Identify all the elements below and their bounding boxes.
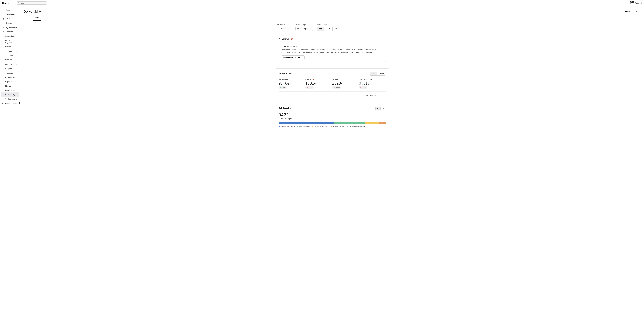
support-link[interactable]: Support: [635, 2, 642, 4]
delta-badge: 0.10%: [359, 86, 368, 89]
search-icon: [18, 2, 20, 4]
time-period-label: Time period: [276, 24, 292, 26]
sidebar-item-products[interactable]: Products: [1, 58, 19, 62]
format-sms-button[interactable]: SMS: [324, 27, 332, 30]
sidebar-item-coupons[interactable]: Coupons: [1, 66, 19, 71]
topbar: klaviyo 99+ Support: [0, 0, 644, 6]
sidebar-item-deliverability[interactable]: Deliverability: [1, 92, 19, 97]
fail-segment: [278, 122, 334, 124]
page-title: Deliverability: [24, 10, 42, 13]
bar-chart-toggle[interactable]: [376, 107, 381, 110]
sidebar-item-dashboards[interactable]: Dashboards: [1, 75, 19, 79]
sidebar-item-growth-tools[interactable]: Growth tools: [1, 34, 19, 38]
sidebar-item-label: Analytics: [6, 72, 13, 74]
sidebar-item-analytics[interactable]: Analytics: [1, 71, 19, 75]
svg-text:klaviyo: klaviyo: [2, 2, 9, 4]
sidebar-item-label: Conversations: [5, 102, 17, 104]
troubleshooting-guide-button[interactable]: Troubleshooting guide: [281, 55, 305, 59]
legend-label: Device unreachable: [281, 126, 295, 127]
collapse-icon[interactable]: [278, 38, 280, 40]
chevron-up-icon: [16, 72, 18, 74]
key-metrics-card: Key metrics Rate Count Delivery rate 97.…: [275, 68, 389, 100]
message-type-dropdown[interactable]: All messages: [295, 27, 313, 31]
rate-count-toggle: Rate Count: [370, 72, 386, 75]
chevron-up-icon: [16, 50, 18, 52]
total-recipients-value: 421,566: [378, 94, 386, 97]
svg-marker-4: [2, 22, 4, 24]
svg-line-3: [19, 3, 20, 3]
delta-badge: 1.71%: [305, 86, 314, 89]
line-chart-toggle[interactable]: [381, 107, 386, 110]
format-all-button[interactable]: ALL: [317, 27, 324, 30]
leave-feedback-button[interactable]: Leave feedback: [621, 9, 639, 14]
sidebar-item-label: Campaigns: [6, 13, 14, 15]
sidebar-item-audience[interactable]: Audience: [1, 30, 19, 34]
star-icon: [2, 22, 4, 24]
sidebar-item-templates[interactable]: Templates: [1, 53, 19, 58]
rate-toggle-button[interactable]: Rate: [370, 72, 377, 75]
tab-sms[interactable]: SMS: [33, 15, 41, 21]
chat-icon: [2, 102, 4, 104]
legend-swatch: [347, 126, 348, 127]
svg-line-14: [302, 57, 302, 58]
notifications-button[interactable]: 99+: [630, 2, 632, 4]
legend-swatch: [297, 126, 298, 127]
message-type-filter: Message type All messages: [295, 24, 313, 31]
sidebar: Home Campaigns Flows Reviews Sign-up for…: [0, 6, 20, 332]
total-recipients-label: Total recipients:: [364, 94, 377, 97]
sidebar-item-campaigns[interactable]: Campaigns: [1, 12, 19, 17]
flag-icon: [281, 45, 283, 47]
chart-type-toggle: [376, 106, 386, 110]
metric-fail-rate: Fail rate 2.23% 0.08%: [332, 78, 359, 89]
delta-badge: 0.08%: [278, 86, 287, 89]
fail-stacked-bar: [278, 122, 386, 124]
fail-details-card: Fail Details 9421 Failed Messages Device…: [275, 103, 389, 131]
sidebar-item-lists[interactable]: Lists & segments: [1, 38, 19, 45]
sidebar-item-images[interactable]: Images & brand: [1, 62, 19, 66]
sidebar-item-benchmarks[interactable]: Benchmarks: [1, 88, 19, 92]
sidebar-item-profiles[interactable]: Profiles: [1, 45, 19, 49]
legend-label: Invalid Mobile Number: [349, 126, 365, 127]
search-input[interactable]: [17, 1, 47, 5]
legend-item: Unknown error: [297, 126, 310, 127]
message-format-filter: Message format ALL SMS MMS: [317, 24, 341, 31]
conversations-badge: 99+: [18, 102, 20, 104]
legend-swatch: [278, 126, 280, 127]
sidebar-item-flows[interactable]: Flows: [1, 17, 19, 21]
alert-title-caption: Low click rate: [284, 45, 297, 47]
failed-messages-count: 9421: [278, 112, 386, 117]
sidebar-item-conversations[interactable]: Conversations 99+: [1, 101, 19, 105]
legend-label: Device disconnected: [314, 126, 329, 127]
sidebar-item-custom-reports[interactable]: Custom reports: [1, 97, 19, 101]
tab-email[interactable]: Email: [24, 15, 32, 21]
sidebar-item-reviews[interactable]: Reviews: [1, 21, 19, 25]
fail-details-heading: Fail Details: [278, 107, 291, 110]
warning-flag-icon: [314, 79, 315, 80]
sidebar-item-experiments[interactable]: Experiments: [1, 79, 19, 84]
alerts-card: Alerts 1 Low click rate There are a sign…: [275, 34, 389, 65]
sidebar-item-label: Audience: [6, 31, 13, 33]
count-toggle-button[interactable]: Count: [377, 72, 386, 75]
metric-unsubscribe-rate: Unsubscribe rate 0.31% 0.10%: [359, 78, 386, 89]
chevron-down-icon: [288, 28, 290, 29]
tabs: Email SMS: [20, 15, 644, 21]
search-container: [17, 1, 47, 5]
sidebar-item-home[interactable]: Home: [1, 8, 19, 12]
fail-segment: [365, 122, 379, 124]
time-period-dropdown[interactable]: Last 7 days: [276, 27, 292, 31]
sidebar-item-metrics[interactable]: Metrics: [1, 84, 19, 88]
legend-item: Carrier violation: [331, 126, 344, 127]
flow-icon: [2, 18, 4, 20]
key-metrics-heading: Key metrics: [278, 72, 292, 75]
metric-click-rate: Click rate 1.31% 1.71%: [305, 78, 332, 89]
filters-row: Time period Last 7 days Message type All…: [275, 24, 389, 31]
svg-point-8: [3, 31, 4, 32]
format-mms-button[interactable]: MMS: [332, 27, 341, 30]
fail-segment: [334, 122, 365, 124]
chevron-down-icon: [310, 28, 311, 29]
sidebar-item-signup-forms[interactable]: Sign-up forms: [1, 25, 19, 30]
sidebar-item-content[interactable]: Content: [1, 49, 19, 53]
notifications-badge: 99+: [630, 1, 634, 3]
alerts-count-badge: 1: [290, 38, 292, 40]
svg-point-2: [18, 2, 20, 3]
